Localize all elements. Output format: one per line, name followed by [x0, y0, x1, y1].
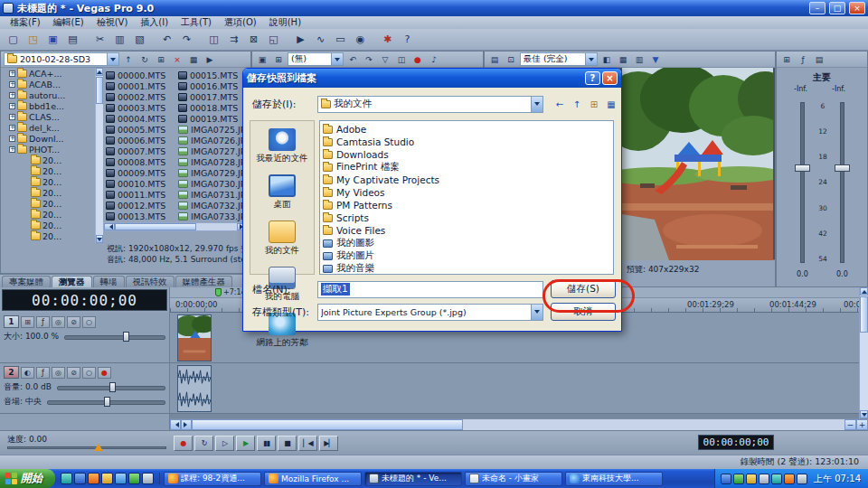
file-name-input[interactable]: 擷取1 [317, 281, 543, 298]
invert-phase-icon[interactable]: ◐ [21, 367, 34, 379]
scroll-thumb[interactable] [192, 419, 463, 430]
tab-video-fx[interactable]: 視訊特效 [126, 276, 175, 287]
tree-folder-item[interactable]: 20... [1, 198, 95, 209]
file-item[interactable]: 00010.MTS [106, 178, 177, 189]
dropdown-arrow-icon[interactable] [531, 97, 542, 112]
zoom-in-button[interactable]: + [856, 419, 868, 430]
trimmer-marker-icon[interactable]: ▽ [378, 52, 392, 66]
folder-item[interactable]: Adobe [323, 123, 610, 136]
copy-icon[interactable]: ▥ [110, 31, 129, 49]
folder-item[interactable]: 我的圖片 [323, 249, 610, 262]
file-item[interactable]: 00018.MTS [178, 102, 250, 113]
tray-ime-icon[interactable] [721, 474, 731, 484]
lock-envelopes-icon[interactable]: ⊠ [244, 31, 263, 49]
video-clip-event[interactable] [177, 314, 212, 361]
folder-item[interactable]: 我的圖影 [323, 237, 610, 249]
delete-icon[interactable]: × [170, 52, 184, 66]
file-item[interactable]: 00019.MTS [178, 113, 250, 124]
back-icon[interactable]: ← [552, 97, 567, 111]
file-item[interactable]: IMGA0732.JPG [178, 200, 250, 211]
track-header-video[interactable]: 1 ⊞ƒ◎⊘○ 大小: 100.0 % [0, 313, 170, 363]
tree-folder-item[interactable]: 20... [1, 187, 95, 198]
expand-icon[interactable] [9, 136, 15, 142]
up-one-level-icon[interactable]: ↑ [570, 97, 584, 111]
outlook-icon[interactable] [101, 473, 113, 484]
expand-icon[interactable] [9, 81, 15, 88]
tray-safely-remove-icon[interactable] [797, 474, 807, 484]
trimmer-history-forward-icon[interactable]: ↷ [362, 52, 376, 66]
tray-messenger-icon[interactable] [746, 474, 757, 484]
folder-item[interactable]: 我的音樂 [323, 262, 610, 275]
redo-icon[interactable]: ↷ [177, 31, 196, 49]
file-item[interactable]: 00008.MTS [106, 156, 177, 167]
split-screen-view-icon[interactable]: ◧ [599, 52, 614, 66]
rate-slider[interactable] [7, 446, 166, 449]
task-university-webpage[interactable]: 東南科技大學... [565, 472, 663, 486]
tab-media-generators[interactable]: 媒體產生器 [175, 276, 233, 287]
file-item[interactable]: 00001.MTS [106, 80, 177, 91]
trimmer-audio-icon[interactable]: ♪ [427, 52, 441, 66]
trimmer-region-icon[interactable]: ◫ [394, 52, 409, 66]
file-item[interactable]: IMGA0725.JPG [178, 124, 250, 135]
show-desktop-icon[interactable] [61, 473, 72, 484]
file-type-dropdown[interactable]: Joint Picture Experts Group (*.jpg) [317, 304, 543, 321]
save-snapshot-icon[interactable]: ▼ [648, 52, 663, 66]
expand-icon[interactable] [9, 92, 15, 99]
trimmer-record-icon[interactable]: ● [410, 52, 425, 66]
file-item[interactable]: 00013.MTS [106, 211, 177, 221]
cut-icon[interactable]: ✂ [90, 31, 109, 49]
timeline-vertical-scrollbar[interactable] [859, 287, 868, 418]
solo-icon[interactable]: ○ [82, 316, 96, 328]
tab-explorer[interactable]: 瀏覽器 [52, 276, 92, 287]
save-project-icon[interactable]: ▣ [43, 31, 62, 49]
fader-thumb[interactable] [835, 164, 850, 172]
dropdown-arrow-icon[interactable] [107, 53, 118, 65]
play-from-start-button[interactable]: ▷ [215, 436, 234, 451]
new-project-icon[interactable]: ▢ [4, 31, 23, 49]
enable-snapping-icon[interactable]: ◫ [204, 31, 223, 49]
file-item[interactable]: 00017.MTS [178, 91, 250, 102]
zoom-out-button[interactable]: − [844, 419, 856, 430]
dropdown-arrow-icon[interactable] [331, 53, 343, 65]
folder-item[interactable]: My Captivate Projects [323, 174, 610, 186]
file-item[interactable]: 00002.MTS [106, 91, 177, 102]
scroll-thumb[interactable] [96, 77, 103, 104]
normal-edit-tool-icon[interactable]: ▶ [291, 31, 310, 49]
automation-mode-icon[interactable]: ◎ [52, 316, 65, 328]
marker-flag-icon[interactable] [215, 288, 222, 296]
mute-icon[interactable]: ⊘ [67, 367, 80, 379]
tree-folder-item[interactable]: Downl... [1, 133, 95, 144]
file-item[interactable]: IMGA0730.JPG [178, 178, 250, 189]
task-vegas[interactable]: 未標題的 * - Ve... [364, 472, 462, 486]
rate-slider-thumb[interactable] [94, 439, 103, 451]
tree-folder-item[interactable]: CLAS... [1, 111, 95, 122]
preview-external-monitor-icon[interactable]: ⊡ [504, 52, 518, 66]
dialog-close-button[interactable]: × [602, 71, 618, 85]
volume-slider[interactable] [57, 382, 165, 392]
tab-transitions[interactable]: 轉場 [93, 276, 125, 287]
minimize-button[interactable]: – [809, 2, 826, 14]
folder-item[interactable]: FinePrint 檔案 [323, 161, 610, 174]
menu-item[interactable]: 工具(T) [175, 16, 218, 29]
cursor-timecode-display[interactable]: 00:00:00;00 [0, 287, 170, 313]
folder-item[interactable]: Voice Files [323, 224, 610, 237]
menu-item[interactable]: 說明(H) [263, 16, 307, 29]
scroll-thumb[interactable] [115, 223, 196, 230]
tree-scrollbar[interactable] [95, 68, 103, 243]
preview-quality-dropdown[interactable]: 最佳 (完全) [520, 52, 598, 66]
dialog-help-button[interactable]: ? [585, 71, 600, 85]
new-folder-icon[interactable]: ⊞ [587, 97, 601, 111]
file-item[interactable]: IMGA0727.JPG [178, 145, 250, 156]
tab-project-media[interactable]: 專案媒體 [2, 276, 51, 287]
tree-folder-item[interactable]: PHOT... [1, 144, 95, 155]
tree-folder-item[interactable]: autoru... [1, 89, 95, 100]
insert-assignable-fx-icon[interactable]: ƒ [796, 52, 810, 66]
envelope-edit-tool-icon[interactable]: ∿ [311, 31, 330, 49]
selection-timecode-display[interactable]: 00:00:00;00 [698, 435, 774, 450]
tree-folder-item[interactable]: del_k... [1, 122, 95, 133]
timeline-marker[interactable]: +7:14 [215, 288, 246, 296]
slider-thumb[interactable] [104, 397, 110, 407]
folder-item[interactable]: PM Patterns [323, 199, 610, 211]
scroll-right-icon[interactable] [181, 419, 192, 430]
auto-preview-icon[interactable]: ▶ [203, 52, 217, 66]
